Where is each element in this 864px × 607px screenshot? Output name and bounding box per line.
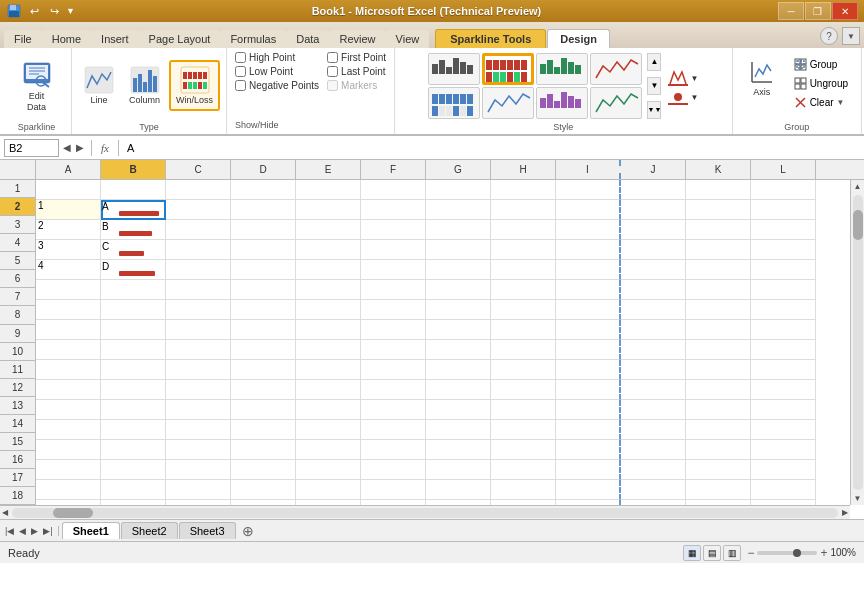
row-header-5[interactable]: 5 (0, 252, 35, 270)
tab-data[interactable]: Data (286, 30, 329, 48)
col-header-J[interactable]: J (621, 160, 686, 179)
cell-F3[interactable] (361, 220, 426, 240)
cell-row12-col9[interactable] (621, 400, 686, 420)
cell-row12-col8[interactable] (556, 400, 621, 420)
style-swatch-5[interactable] (428, 87, 480, 119)
cell-row9-col7[interactable] (491, 340, 556, 360)
sheet-tab-sheet3[interactable]: Sheet3 (179, 522, 236, 539)
cell-row7-col8[interactable] (556, 300, 621, 320)
cell-row15-col1[interactable] (101, 460, 166, 480)
cell-row8-col7[interactable] (491, 320, 556, 340)
cell-row11-col4[interactable] (296, 380, 361, 400)
style-swatch-3[interactable] (536, 53, 588, 85)
col-header-I[interactable]: I (556, 160, 621, 179)
cell-row16-col1[interactable] (101, 480, 166, 500)
cell-E4[interactable] (296, 240, 361, 260)
cell-row12-col0[interactable] (36, 400, 101, 420)
cell-row10-col7[interactable] (491, 360, 556, 380)
cell-row15-col6[interactable] (426, 460, 491, 480)
view-pagelayout-button[interactable]: ▤ (703, 545, 721, 561)
cell-E5[interactable] (296, 260, 361, 280)
cell-row15-col4[interactable] (296, 460, 361, 480)
tab-view[interactable]: View (386, 30, 430, 48)
cell-row16-col9[interactable] (621, 480, 686, 500)
cell-row16-col6[interactable] (426, 480, 491, 500)
view-normal-button[interactable]: ▦ (683, 545, 701, 561)
cell-E1[interactable] (296, 180, 361, 200)
cell-row17-col5[interactable] (361, 500, 426, 505)
cell-row6-col7[interactable] (491, 280, 556, 300)
name-box[interactable] (4, 139, 59, 157)
cell-G4[interactable] (426, 240, 491, 260)
cell-row8-col1[interactable] (101, 320, 166, 340)
restore-button[interactable]: ❐ (805, 2, 831, 20)
cell-C3[interactable] (166, 220, 231, 240)
cell-row11-col6[interactable] (426, 380, 491, 400)
cell-row12-col11[interactable] (751, 400, 816, 420)
cell-row17-col6[interactable] (426, 500, 491, 505)
type-winloss-button[interactable]: Win/Loss (169, 60, 220, 111)
cell-row16-col3[interactable] (231, 480, 296, 500)
row-header-12[interactable]: 12 (0, 379, 35, 397)
cell-row9-col0[interactable] (36, 340, 101, 360)
markers-checkbox[interactable] (327, 80, 338, 91)
ribbon-collapse[interactable]: ▼ (842, 27, 860, 45)
cell-row11-col9[interactable] (621, 380, 686, 400)
col-header-C[interactable]: C (166, 160, 231, 179)
cell-row6-col0[interactable] (36, 280, 101, 300)
row-header-1[interactable]: 1 (0, 180, 35, 198)
row-header-7[interactable]: 7 (0, 288, 35, 306)
cell-row10-col3[interactable] (231, 360, 296, 380)
vscroll-down[interactable]: ▼ (852, 492, 864, 505)
cell-row11-col2[interactable] (166, 380, 231, 400)
cell-row12-col7[interactable] (491, 400, 556, 420)
cell-J3[interactable] (621, 220, 686, 240)
cell-row6-col6[interactable] (426, 280, 491, 300)
cell-row12-col6[interactable] (426, 400, 491, 420)
row-header-6[interactable]: 6 (0, 270, 35, 288)
cell-D1[interactable] (231, 180, 296, 200)
cell-row15-col5[interactable] (361, 460, 426, 480)
tab-pagelayout[interactable]: Page Layout (139, 30, 221, 48)
cell-row16-col5[interactable] (361, 480, 426, 500)
cell-row7-col3[interactable] (231, 300, 296, 320)
cell-row13-col10[interactable] (686, 420, 751, 440)
cell-row8-col9[interactable] (621, 320, 686, 340)
cell-row16-col8[interactable] (556, 480, 621, 500)
cell-row9-col9[interactable] (621, 340, 686, 360)
cell-C2[interactable] (166, 200, 231, 220)
cell-row13-col0[interactable] (36, 420, 101, 440)
col-header-G[interactable]: G (426, 160, 491, 179)
cell-row14-col6[interactable] (426, 440, 491, 460)
cell-row13-col7[interactable] (491, 420, 556, 440)
tab-insert[interactable]: Insert (91, 30, 139, 48)
ungroup-button[interactable]: Ungroup (789, 75, 853, 92)
cell-row17-col9[interactable] (621, 500, 686, 505)
cell-row15-col8[interactable] (556, 460, 621, 480)
cell-row14-col9[interactable] (621, 440, 686, 460)
col-header-H[interactable]: H (491, 160, 556, 179)
cell-row7-col2[interactable] (166, 300, 231, 320)
cell-row14-col1[interactable] (101, 440, 166, 460)
cell-row10-col10[interactable] (686, 360, 751, 380)
first-point-checkbox[interactable] (327, 52, 338, 63)
cell-row10-col11[interactable] (751, 360, 816, 380)
cell-H1[interactable] (491, 180, 556, 200)
zoom-in-button[interactable]: + (820, 546, 827, 560)
cell-row10-col8[interactable] (556, 360, 621, 380)
cell-row15-col7[interactable] (491, 460, 556, 480)
cell-row7-col6[interactable] (426, 300, 491, 320)
negative-points-checkbox-row[interactable]: Negative Points (235, 80, 319, 91)
style-swatch-8[interactable] (590, 87, 642, 119)
cell-row10-col2[interactable] (166, 360, 231, 380)
cell-row13-col1[interactable] (101, 420, 166, 440)
cell-row11-col3[interactable] (231, 380, 296, 400)
cell-row6-col2[interactable] (166, 280, 231, 300)
cell-row16-col4[interactable] (296, 480, 361, 500)
cell-row12-col1[interactable] (101, 400, 166, 420)
cell-row7-col10[interactable] (686, 300, 751, 320)
sheet-nav-first[interactable]: |◀ (3, 526, 16, 536)
zoom-out-button[interactable]: − (747, 546, 754, 560)
cell-row9-col6[interactable] (426, 340, 491, 360)
cell-row8-col2[interactable] (166, 320, 231, 340)
